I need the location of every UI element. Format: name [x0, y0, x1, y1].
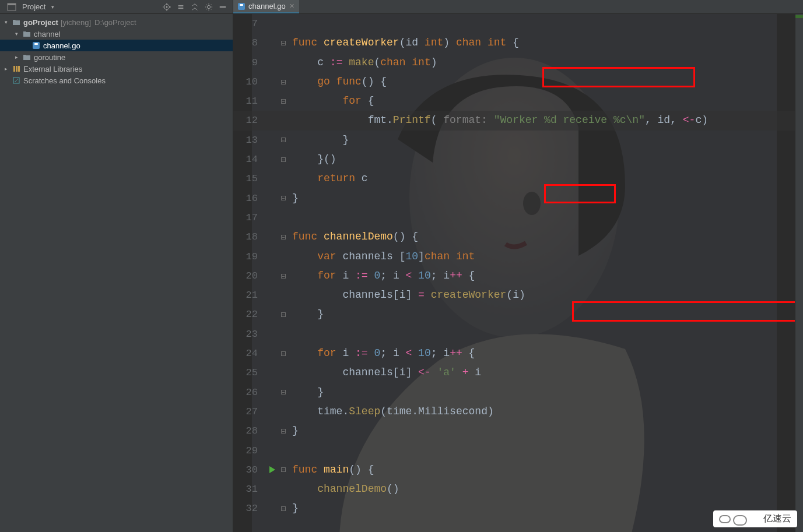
fold-open-icon[interactable]: [281, 41, 286, 45]
code-content[interactable]: for {: [287, 91, 374, 111]
fold-open-icon[interactable]: [281, 467, 286, 472]
code-line[interactable]: 26 }: [233, 383, 795, 402]
project-label[interactable]: Project: [22, 2, 45, 11]
collapse-all-icon[interactable]: [190, 2, 200, 12]
code-line[interactable]: 27 time.Sleep(time.Millisecond): [233, 402, 795, 421]
code-content[interactable]: for i := 0; i < 10; i++ {: [287, 266, 475, 286]
fold-open-icon[interactable]: [281, 99, 286, 104]
code-line[interactable]: 11 for {: [233, 91, 795, 111]
fold-gutter[interactable]: [279, 467, 287, 472]
fold-open-icon[interactable]: [281, 80, 286, 84]
code-line[interactable]: 9 c := make(chan int): [233, 53, 795, 72]
fold-gutter[interactable]: [279, 41, 287, 45]
expand-all-icon[interactable]: [176, 2, 186, 12]
chevron-right-icon[interactable]: ▸: [13, 54, 20, 61]
code-line[interactable]: 12 fmt.Printf( format: "Worker %d receiv…: [233, 111, 795, 130]
code-line[interactable]: 23: [233, 325, 795, 344]
file-tab-channel-go[interactable]: channel.go ✕: [233, 0, 299, 13]
fold-gutter[interactable]: [279, 235, 287, 239]
code-content[interactable]: }: [287, 131, 349, 150]
code-content[interactable]: }: [287, 383, 324, 402]
fold-close-icon[interactable]: [281, 506, 286, 511]
tree-root[interactable]: ▾ goProject [yicheng] D:\goProject: [0, 16, 233, 28]
code-content[interactable]: func main() {: [287, 460, 374, 480]
hide-icon[interactable]: [218, 2, 228, 12]
run-gutter[interactable]: [265, 466, 279, 473]
fold-gutter[interactable]: [279, 506, 287, 511]
editor-area[interactable]: 78func createWorker(id int) chan int {9 …: [233, 14, 795, 532]
fold-close-icon[interactable]: [281, 157, 286, 162]
code-line[interactable]: 8func createWorker(id int) chan int {: [233, 33, 795, 52]
fold-open-icon[interactable]: [281, 274, 286, 279]
code-content[interactable]: }(): [287, 150, 336, 169]
code-content[interactable]: var channels [10]chan int: [287, 247, 475, 266]
code-content[interactable]: c := make(chan int): [287, 53, 437, 72]
tree-file-channel-go[interactable]: channel.go: [0, 40, 233, 51]
chevron-down-icon[interactable]: ▾: [2, 19, 9, 26]
fold-close-icon[interactable]: [281, 312, 286, 317]
code-editor[interactable]: 78func createWorker(id int) chan int {9 …: [233, 14, 795, 519]
fold-gutter[interactable]: [279, 138, 287, 142]
code-content[interactable]: channelDemo(): [287, 480, 399, 499]
code-content[interactable]: fmt.Printf( format: "Worker %d receive %…: [287, 111, 708, 130]
code-line[interactable]: 21 channels[i] = createWorker(i): [233, 286, 795, 305]
code-line[interactable]: 20 for i := 0; i < 10; i++ {: [233, 266, 795, 286]
run-icon[interactable]: [269, 466, 275, 473]
code-content[interactable]: func channelDemo() {: [287, 227, 418, 246]
gear-icon[interactable]: [204, 2, 214, 12]
tree-folder-goroutine[interactable]: ▸ goroutine: [0, 51, 233, 63]
code-content[interactable]: for i := 0; i < 10; i++ {: [287, 344, 475, 363]
code-line[interactable]: 32}: [233, 499, 795, 518]
code-line[interactable]: 16}: [233, 189, 795, 208]
code-line[interactable]: 31 channelDemo(): [233, 480, 795, 499]
dropdown-icon[interactable]: ▾: [49, 3, 56, 10]
fold-open-icon[interactable]: [281, 235, 286, 239]
code-line[interactable]: 13 }: [233, 131, 795, 150]
code-line[interactable]: 14 }(): [233, 150, 795, 169]
code-line[interactable]: 22 }: [233, 305, 795, 324]
fold-gutter[interactable]: [279, 390, 287, 394]
tree-scratches[interactable]: Scratches and Consoles: [0, 75, 233, 86]
code-line[interactable]: 25 channels[i] <- 'a' + i: [233, 363, 795, 382]
fold-gutter[interactable]: [279, 196, 287, 200]
code-content[interactable]: channels[i] <- 'a' + i: [287, 363, 481, 382]
close-tab-icon[interactable]: ✕: [289, 2, 294, 10]
fold-gutter[interactable]: [279, 80, 287, 84]
code-content[interactable]: func createWorker(id int) chan int {: [287, 33, 519, 52]
chevron-right-icon[interactable]: ▸: [2, 65, 9, 72]
code-line[interactable]: 15 return c: [233, 169, 795, 188]
fold-close-icon[interactable]: [281, 429, 286, 434]
code-line[interactable]: 10 go func() {: [233, 72, 795, 91]
code-line[interactable]: 18func channelDemo() {: [233, 227, 795, 246]
locate-icon[interactable]: [162, 2, 172, 12]
code-line[interactable]: 30func main() {: [233, 460, 795, 480]
code-content[interactable]: }: [287, 499, 299, 518]
code-line[interactable]: 28}: [233, 421, 795, 441]
code-content[interactable]: time.Sleep(time.Millisecond): [287, 402, 494, 421]
code-content[interactable]: }: [287, 189, 299, 208]
fold-gutter[interactable]: [279, 429, 287, 434]
tree-folder-channel[interactable]: ▾ channel: [0, 28, 233, 40]
fold-open-icon[interactable]: [281, 351, 286, 356]
fold-close-icon[interactable]: [281, 196, 286, 200]
code-line[interactable]: 29: [233, 441, 795, 460]
code-content[interactable]: go func() {: [287, 72, 387, 91]
fold-gutter[interactable]: [279, 312, 287, 317]
fold-close-icon[interactable]: [281, 390, 286, 394]
code-content[interactable]: channels[i] = createWorker(i): [287, 286, 525, 305]
fold-close-icon[interactable]: [281, 138, 286, 142]
code-line[interactable]: 17: [233, 208, 795, 227]
fold-gutter[interactable]: [279, 157, 287, 162]
code-content[interactable]: return c: [287, 169, 368, 188]
code-line[interactable]: 24 for i := 0; i < 10; i++ {: [233, 344, 795, 363]
code-line[interactable]: 19 var channels [10]chan int: [233, 247, 795, 266]
fold-gutter[interactable]: [279, 99, 287, 104]
code-line[interactable]: 7: [233, 14, 795, 33]
tree-external-libs[interactable]: ▸ External Libraries: [0, 63, 233, 75]
chevron-down-icon[interactable]: ▾: [13, 30, 20, 37]
code-content[interactable]: }: [287, 421, 299, 441]
project-tree[interactable]: ▾ goProject [yicheng] D:\goProject ▾ cha…: [0, 14, 233, 86]
fold-gutter[interactable]: [279, 351, 287, 356]
code-content[interactable]: }: [287, 305, 324, 324]
fold-gutter[interactable]: [279, 274, 287, 279]
